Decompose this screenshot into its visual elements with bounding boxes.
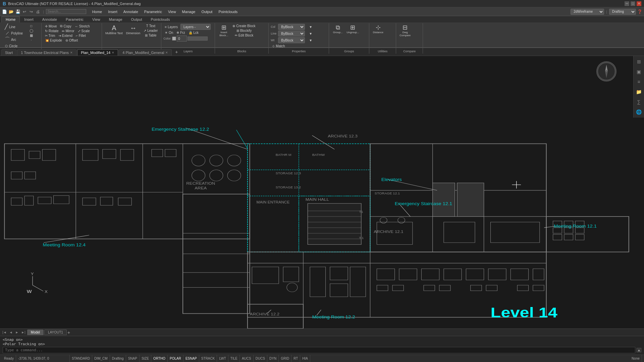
mirror-button[interactable]: ⇔ Mirror [60, 29, 75, 33]
drafting-dropdown[interactable]: Drafting [609, 9, 636, 15]
tab-home[interactable]: Home [1, 16, 20, 22]
new-tab-button[interactable]: + [172, 48, 180, 56]
nav-last[interactable]: ►| [20, 330, 26, 335]
close-tab-plan14[interactable]: ✕ [112, 51, 114, 54]
layer-freeze-button[interactable]: ❄ Frz [175, 31, 186, 35]
doc-tab-plan-general[interactable]: 4 Plan_Modified_General ✕ [119, 49, 172, 56]
panel-explorer-icon[interactable]: 📁 [635, 87, 643, 96]
status-lwt[interactable]: LWT [217, 355, 228, 362]
panel-layers-icon[interactable]: ≡ [635, 77, 643, 86]
layer-lock-button[interactable]: 🔒 Lck [187, 31, 200, 35]
qa-open[interactable]: 📂 [8, 9, 14, 15]
doc-tab-plan14[interactable]: Plan_Modified_14 ✕ [77, 49, 118, 56]
status-none[interactable]: None [630, 355, 642, 362]
status-snap[interactable]: SNAP [126, 355, 140, 362]
match-properties-button[interactable]: ⊹ Match [271, 44, 286, 48]
status-rt[interactable]: RT [291, 355, 300, 362]
status-ducs[interactable]: DUCS [254, 355, 267, 362]
model-tab-layout1[interactable]: LAYOUT1 [44, 329, 67, 335]
tab-view[interactable]: View [88, 16, 105, 22]
status-standard[interactable]: STANDARD [70, 355, 92, 362]
nav-prev[interactable]: ◄ [8, 330, 14, 335]
leader-button[interactable]: ↗ Leader [142, 28, 159, 33]
polyline-button[interactable]: ⟋ Polyline [3, 30, 24, 36]
tab-pointclouds[interactable]: Pointclouds [147, 16, 174, 22]
copy-button[interactable]: ⧉ Copy [59, 24, 72, 28]
layer-properties-button[interactable]: ≡ Layers [163, 25, 179, 29]
color-chevron[interactable]: ▼ [306, 25, 316, 29]
qa-save[interactable]: 💾 [15, 9, 21, 15]
trim-button[interactable]: ✂ Trim [44, 34, 56, 38]
workspace-dropdown[interactable]: 2dWireframe [571, 9, 604, 15]
panel-formula-icon[interactable]: ∑ [635, 98, 643, 106]
offset-button[interactable]: ⊜ Offset [64, 38, 79, 43]
layer-number-input[interactable] [177, 36, 187, 42]
close-tab-townhouse[interactable]: ✕ [70, 51, 73, 54]
extend-button[interactable]: ⇥ Extend [57, 34, 74, 38]
tab-insert[interactable]: Insert [20, 16, 38, 22]
qa-new[interactable]: 📄 [1, 9, 7, 15]
create-block-button[interactable]: ⊕ Create Block [231, 24, 257, 28]
fillet-button[interactable]: ⌐ Fillet [74, 34, 87, 38]
status-drafting[interactable]: Drafting [110, 355, 126, 362]
menu-output[interactable]: Output [199, 9, 215, 14]
status-ortho[interactable]: ORTHO [151, 355, 168, 362]
menu-insert[interactable]: Insert [105, 9, 120, 14]
move-button[interactable]: ✛ Move [44, 24, 58, 28]
menu-home[interactable]: Home [90, 9, 105, 14]
layer-state-button[interactable]: ☀ On [163, 31, 174, 35]
edit-block-button[interactable]: ✏ Edit Block [231, 33, 257, 38]
arc-button[interactable]: ⌒ Arc [3, 37, 17, 43]
group-button[interactable]: ⧉ Group... [331, 24, 344, 35]
help-button[interactable]: ❓ [637, 9, 643, 15]
model-tab-model[interactable]: Model [27, 329, 44, 335]
lineweight-dropdown[interactable]: ByBlock [278, 37, 305, 43]
doc-tab-townhouse[interactable]: 1 Townhouse Electrical Plans ✕ [17, 49, 76, 56]
qa-redo[interactable]: ↪ [28, 9, 34, 15]
linetype-chevron[interactable]: ▼ [306, 32, 316, 36]
panel-render-icon[interactable]: 🌐 [635, 108, 643, 116]
lineweight-chevron[interactable]: ▼ [306, 38, 316, 43]
dwg-compare-button[interactable]: ⊟ DwgCompare [398, 24, 412, 38]
ungroup-button[interactable]: ⊞ Ungroup... [345, 24, 360, 35]
status-aucs[interactable]: AUCS [240, 355, 254, 362]
text-button[interactable]: T Text [142, 24, 159, 28]
blockify-button[interactable]: ⊞ Blockify [231, 28, 257, 33]
search-input[interactable] [46, 9, 86, 14]
status-tile[interactable]: TILE [228, 355, 240, 362]
explode-button[interactable]: 💥 Explode [44, 38, 63, 43]
menu-annotate[interactable]: Annotate [121, 9, 141, 14]
close-tab-plan-general[interactable]: ✕ [165, 51, 168, 54]
menu-manage[interactable]: Manage [179, 9, 198, 14]
menu-pointclouds[interactable]: Pointclouds [216, 9, 240, 14]
status-grid[interactable]: GRID [279, 355, 291, 362]
panel-blocks-icon[interactable]: ▣ [635, 67, 643, 76]
status-polar[interactable]: POLAR [168, 355, 183, 362]
status-size[interactable]: SIZE [140, 355, 151, 362]
status-esnap[interactable]: ESNAP [183, 355, 199, 362]
insert-block-button[interactable]: ⊞ InsertBlock... [217, 24, 230, 38]
status-hia[interactable]: HIA [300, 355, 310, 362]
distance-button[interactable]: ⊹ Distance [371, 24, 385, 35]
minimize-button[interactable]: ─ [625, 1, 629, 6]
maximize-button[interactable]: □ [631, 1, 635, 6]
hatch-button[interactable]: ▦ [26, 33, 36, 38]
add-layout-button[interactable]: + [67, 330, 70, 335]
canvas-area[interactable]: Y X W Emergency Staircase 12.2 ARCHIVE 1… [0, 56, 633, 328]
status-dim-cm[interactable]: DIM_CM [92, 355, 110, 362]
menu-parametric[interactable]: Parametric [142, 9, 165, 14]
rotate-button[interactable]: ↻ Rotate [44, 29, 60, 33]
tab-manage[interactable]: Manage [105, 16, 127, 22]
circle-button[interactable]: ○ Circle [3, 43, 19, 49]
menu-view[interactable]: View [165, 9, 179, 14]
stretch-button[interactable]: ↔ Stretch [73, 24, 91, 28]
qa-print[interactable]: 🖨 [35, 9, 41, 15]
tab-output[interactable]: Output [127, 16, 147, 22]
layer-dropdown[interactable]: Layers - [180, 24, 211, 30]
scroll-up-button[interactable]: ▲ [637, 348, 641, 352]
scale-button[interactable]: ⤢ Scale [76, 29, 91, 33]
nav-next[interactable]: ► [14, 330, 19, 335]
rect-button[interactable]: □ [26, 24, 36, 28]
table-button[interactable]: ⊞ Table [142, 33, 159, 38]
status-strack[interactable]: STRACK [199, 355, 217, 362]
